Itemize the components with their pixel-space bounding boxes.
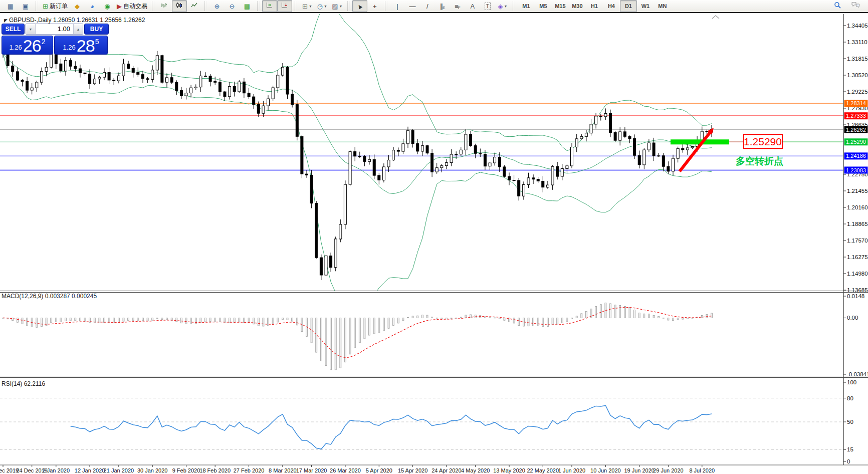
auto-trading-icon: ▶ <box>117 3 122 10</box>
price-badge-1.25290: 1.25290 <box>844 138 868 145</box>
trendline-button[interactable]: / <box>420 0 435 12</box>
toolbar-separator <box>204 2 207 11</box>
fibonacci-button-sub: F <box>458 6 461 10</box>
periods-icon: ◷ <box>317 3 323 10</box>
price-badge-1.24186: 1.24186 <box>844 152 868 159</box>
svg-text:1.26262: 1.26262 <box>846 127 866 133</box>
chat-button[interactable] <box>848 0 863 12</box>
price-badge-1.26262: 1.26262 <box>844 126 868 133</box>
one-click-trading-panel: SELL ▼ 1.00 ▲ BUY 1.26 26 2 1.26 28 5 <box>2 24 109 55</box>
timeframe-h4-button[interactable]: H4 <box>603 0 620 12</box>
templates-button-caret-icon[interactable]: ▼ <box>339 5 343 8</box>
zoom-out-icon: ⊖ <box>229 3 235 10</box>
price-label-text: 1.25290 <box>744 136 782 147</box>
auto-scroll-icon <box>281 2 288 11</box>
svg-text:1.28314: 1.28314 <box>846 100 866 106</box>
timeframe-d1-button[interactable]: D1 <box>620 0 637 12</box>
crosshair-button[interactable]: + <box>367 0 382 12</box>
arrows-icon: ◈ <box>498 3 503 10</box>
toolbar: ▦▣⊞新订单◆◕◉▶自动交易⊕⊖▦⊞▼◷▼▨▼▲+|—/∥E≡FAT◈▼M1M5… <box>0 0 868 13</box>
svg-text:1.33110: 1.33110 <box>847 39 867 45</box>
search-button[interactable] <box>830 0 845 12</box>
symbol-ohlc-title: ◤GBPUSD-,Daily 1.26050 1.26631 1.25656 1… <box>4 17 145 24</box>
sell-price-button[interactable]: 1.26 26 2 <box>2 36 53 55</box>
svg-text:13 May 2020: 13 May 2020 <box>493 467 525 473</box>
auto-scroll-button[interactable] <box>277 0 292 12</box>
label-icon: T <box>485 3 491 10</box>
timeframe-m15-button[interactable]: M15 <box>552 0 569 12</box>
buy-price-button[interactable]: 1.26 28 5 <box>54 36 108 55</box>
toolbar-separator <box>513 2 515 11</box>
timeframe-m30-button[interactable]: M30 <box>569 0 586 12</box>
chart-shift-button[interactable] <box>262 0 277 12</box>
mql5-button[interactable]: ◆ <box>70 0 85 12</box>
chart-profiles-button[interactable]: ▣ <box>18 0 33 12</box>
fibonacci-button[interactable]: ≡F <box>450 0 465 12</box>
svg-text:1.16275: 1.16275 <box>847 254 868 260</box>
indicators-button[interactable]: ⊞▼ <box>300 0 315 12</box>
equidistant-channel-button[interactable]: ∥E <box>435 0 450 12</box>
signals-button[interactable]: ◉ <box>100 0 115 12</box>
label-button[interactable]: T <box>480 0 495 12</box>
new-order-button-label: 新订单 <box>50 2 68 11</box>
timeframe-m1-button[interactable]: M1 <box>518 0 535 12</box>
volume-up-button[interactable]: ▲ <box>73 24 83 34</box>
svg-text:17 Mar 2020: 17 Mar 2020 <box>296 467 327 473</box>
indicators-icon: ⊞ <box>302 3 308 10</box>
tile-windows-button[interactable]: ▦ <box>240 0 255 12</box>
timeframe-m5-button[interactable]: M5 <box>535 0 552 12</box>
buy-price-big: 28 <box>77 38 95 54</box>
svg-text:12 Jan 2020: 12 Jan 2020 <box>75 467 105 473</box>
auto-trading-button[interactable]: ▶自动交易 <box>115 0 149 12</box>
buy-button[interactable]: BUY <box>84 24 109 35</box>
collapse-panel-icon[interactable]: ◤ <box>4 18 8 23</box>
sell-price-prefix: 1.26 <box>10 44 22 51</box>
mql5-icon: ◆ <box>75 3 80 10</box>
trendline-icon: / <box>426 3 428 10</box>
svg-text:1.17570: 1.17570 <box>847 238 868 244</box>
vertical-line-button[interactable]: | <box>390 0 405 12</box>
chart-area[interactable]: 1.25290多空转折点1.344051.331101.318151.30520… <box>0 14 868 474</box>
svg-text:1.25290: 1.25290 <box>846 139 866 145</box>
volume-input[interactable]: 1.00 <box>36 24 73 34</box>
svg-text:0: 0 <box>847 458 850 464</box>
market-icon: ◕ <box>90 3 94 10</box>
timeframe-w1-button[interactable]: W1 <box>637 0 654 12</box>
search-icon <box>834 2 841 11</box>
zoom-in-button[interactable]: ⊕ <box>209 0 225 12</box>
bar-chart-icon <box>161 2 167 11</box>
svg-text:9 Feb 2020: 9 Feb 2020 <box>172 467 200 473</box>
horizontal-line-icon: — <box>409 3 415 10</box>
svg-text:19 Jun 2020: 19 Jun 2020 <box>624 467 655 473</box>
new-order-button[interactable]: ⊞新订单 <box>41 0 70 12</box>
line-chart-button[interactable] <box>187 0 202 12</box>
timeframe-h1-button[interactable]: H1 <box>586 0 603 12</box>
svg-text:8 Mar 2020: 8 Mar 2020 <box>269 467 297 473</box>
market-button[interactable]: ◕ <box>85 0 100 12</box>
periods-button[interactable]: ◷▼ <box>315 0 330 12</box>
horizontal-line-button[interactable]: — <box>405 0 420 12</box>
svg-text:1 Jun 2020: 1 Jun 2020 <box>558 467 585 473</box>
indicators-button-caret-icon[interactable]: ▼ <box>309 5 312 8</box>
volume-down-button[interactable]: ▼ <box>26 24 36 34</box>
new-chart-button[interactable]: ▦ <box>3 0 18 12</box>
arrows-button-caret-icon[interactable]: ▼ <box>504 5 507 8</box>
crosshair-icon: + <box>373 3 377 10</box>
timeframe-mn-button[interactable]: MN <box>654 0 671 12</box>
chart-profiles-icon: ▣ <box>23 3 29 10</box>
svg-text:50: 50 <box>847 419 853 425</box>
toolbar-separator <box>257 2 260 11</box>
text-button[interactable]: A <box>465 0 480 12</box>
templates-button[interactable]: ▨▼ <box>330 0 345 12</box>
templates-icon: ▨ <box>332 3 338 10</box>
cursor-button[interactable]: ▲ <box>352 0 367 12</box>
price-badge-1.27333: 1.27333 <box>844 112 868 119</box>
arrows-button[interactable]: ◈▼ <box>495 0 510 12</box>
zoom-out-button[interactable]: ⊖ <box>225 0 240 12</box>
sell-button[interactable]: SELL <box>2 24 25 35</box>
bar-chart-button[interactable] <box>157 0 172 12</box>
periods-button-caret-icon[interactable]: ▼ <box>324 5 327 8</box>
price-chart-svg[interactable]: 1.25290多空转折点1.344051.331101.318151.30520… <box>0 14 868 474</box>
candlestick-chart-button[interactable] <box>172 0 187 12</box>
toolbar-separator <box>36 2 38 11</box>
